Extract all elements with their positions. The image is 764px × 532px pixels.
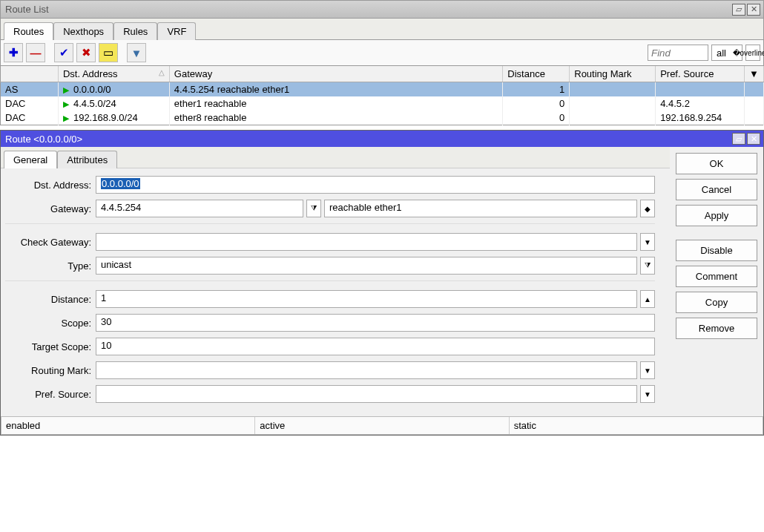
routing-mark-input[interactable] bbox=[96, 361, 637, 379]
type-input[interactable]: unicast bbox=[96, 257, 637, 275]
route-detail-window: Route <0.0.0.0/0> ▱ ✕ General Attributes… bbox=[0, 130, 764, 436]
disable-button[interactable]: ✖ bbox=[76, 43, 96, 62]
pref-source-input[interactable] bbox=[96, 385, 637, 403]
minimize-icon[interactable]: ▱ bbox=[732, 4, 745, 16]
detail-form: Dst. Address: 0.0.0.0/0 Gateway: 4.4.5.2… bbox=[1, 168, 670, 416]
gateway-status: reachable ether1 bbox=[324, 200, 637, 217]
cell-gateway: 4.4.5.254 reachable ether1 bbox=[169, 82, 502, 97]
active-route-icon: ▶ bbox=[63, 114, 73, 123]
gateway-dropdown-icon[interactable]: ⧩ bbox=[306, 200, 321, 217]
dst-address-input[interactable]: 0.0.0.0/0 bbox=[96, 176, 655, 194]
detail-titlebar: Route <0.0.0.0/0> ▱ ✕ bbox=[1, 131, 763, 147]
col-pref-source[interactable]: Pref. Source bbox=[656, 66, 745, 82]
check-gateway-expand-icon[interactable]: ▼ bbox=[640, 233, 655, 251]
check-gateway-label: Check Gateway: bbox=[5, 237, 96, 248]
tab-attributes[interactable]: Attributes bbox=[57, 151, 117, 168]
col-dst-address[interactable]: Dst. Address △ bbox=[58, 66, 169, 82]
enable-button[interactable]: ✔ bbox=[54, 43, 73, 62]
distance-label: Distance: bbox=[5, 294, 96, 305]
cell-distance: 0 bbox=[503, 111, 570, 125]
active-route-icon: ▶ bbox=[63, 85, 73, 95]
find-input[interactable] bbox=[648, 45, 708, 61]
type-label: Type: bbox=[5, 260, 96, 272]
cell-flags: DAC bbox=[1, 96, 59, 111]
detail-tabstrip: General Attributes bbox=[1, 147, 670, 168]
col-gateway[interactable]: Gateway bbox=[169, 66, 502, 82]
apply-button[interactable]: Apply bbox=[676, 205, 757, 226]
close-icon[interactable]: ✕ bbox=[747, 4, 760, 16]
pref-source-label: Pref. Source: bbox=[5, 389, 96, 400]
detail-title: Route <0.0.0.0/0> bbox=[4, 134, 732, 145]
gateway-input[interactable]: 4.4.5.254 bbox=[96, 200, 303, 217]
dst-address-label: Dst. Address: bbox=[5, 180, 96, 191]
filter-icon[interactable]: ▼ bbox=[127, 43, 146, 62]
routes-table: Dst. Address △ Gateway Distance Routing … bbox=[0, 66, 764, 125]
table-row[interactable]: DAC ▶192.168.9.0/24 ether8 reachable 0 1… bbox=[1, 111, 764, 125]
status-enabled: enabled bbox=[1, 417, 255, 434]
cell-distance: 0 bbox=[503, 96, 570, 111]
comment-button[interactable]: Comment bbox=[676, 266, 757, 287]
cell-gateway: ether8 reachable bbox=[169, 111, 502, 125]
status-active: active bbox=[255, 417, 509, 434]
separator bbox=[5, 280, 655, 281]
active-route-icon: ▶ bbox=[63, 99, 73, 109]
expand-columns-button[interactable]: �overline▼ bbox=[745, 45, 760, 61]
gateway-label: Gateway: bbox=[5, 203, 96, 214]
filter-all-label: all bbox=[717, 47, 726, 59]
detail-sidebar: OK Cancel Apply Disable Comment Copy Rem… bbox=[670, 147, 763, 416]
col-menu-icon[interactable]: ▼ bbox=[745, 66, 764, 82]
cell-flags: AS bbox=[1, 82, 59, 97]
cell-pref bbox=[656, 82, 745, 97]
status-bar: enabled active static bbox=[1, 416, 763, 435]
cell-pref: 4.4.5.2 bbox=[656, 96, 745, 111]
gateway-add-remove-icon[interactable]: ◆ bbox=[640, 200, 655, 217]
cell-flags: DAC bbox=[1, 111, 59, 125]
copy-button[interactable]: Copy bbox=[676, 292, 757, 313]
scope-input[interactable]: 30 bbox=[96, 314, 655, 332]
routing-mark-expand-icon[interactable]: ▼ bbox=[640, 361, 655, 379]
cell-pref: 192.168.9.254 bbox=[656, 111, 745, 125]
target-scope-label: Target Scope: bbox=[5, 341, 96, 352]
distance-collapse-icon[interactable]: ▲ bbox=[640, 290, 655, 308]
tab-vrf[interactable]: VRF bbox=[157, 22, 196, 40]
toolbar: ✚ — ✔ ✖ ▭ ▼ all �overline▼ bbox=[0, 39, 764, 66]
remove-button[interactable]: — bbox=[26, 43, 45, 62]
tab-nexthops[interactable]: Nexthops bbox=[53, 22, 113, 40]
cell-dst: ▶4.4.5.0/24 bbox=[58, 96, 169, 111]
detail-minimize-icon[interactable]: ▱ bbox=[732, 133, 745, 145]
tab-routes[interactable]: Routes bbox=[4, 22, 53, 40]
cancel-button[interactable]: Cancel bbox=[676, 179, 757, 200]
ok-button[interactable]: OK bbox=[676, 153, 757, 174]
main-tabstrip: Routes Nexthops Rules VRF bbox=[0, 18, 764, 39]
table-row[interactable]: DAC ▶4.4.5.0/24 ether1 reachable 0 4.4.5… bbox=[1, 96, 764, 111]
cell-mark bbox=[570, 96, 656, 111]
add-button[interactable]: ✚ bbox=[4, 43, 23, 62]
main-titlebar: Route List ▱ ✕ bbox=[0, 0, 764, 18]
tab-general[interactable]: General bbox=[4, 151, 57, 168]
col-distance[interactable]: Distance bbox=[503, 66, 570, 82]
scope-label: Scope: bbox=[5, 318, 96, 329]
pref-source-expand-icon[interactable]: ▼ bbox=[640, 385, 655, 403]
check-gateway-input[interactable] bbox=[96, 233, 637, 251]
separator bbox=[5, 223, 655, 224]
target-scope-input[interactable]: 10 bbox=[96, 338, 655, 355]
cell-dst: ▶192.168.9.0/24 bbox=[58, 111, 169, 125]
col-flags[interactable] bbox=[1, 66, 59, 82]
comment-button[interactable]: ▭ bbox=[99, 43, 118, 62]
col-routing-mark[interactable]: Routing Mark bbox=[570, 66, 656, 82]
tab-rules[interactable]: Rules bbox=[113, 22, 157, 40]
cell-mark bbox=[570, 82, 656, 97]
detail-close-icon[interactable]: ✕ bbox=[747, 133, 760, 145]
remove-button[interactable]: Remove bbox=[676, 318, 757, 339]
cell-mark bbox=[570, 111, 656, 125]
window-title: Route List bbox=[4, 4, 732, 15]
routing-mark-label: Routing Mark: bbox=[5, 365, 96, 376]
table-row[interactable]: AS ▶0.0.0.0/0 4.4.5.254 reachable ether1… bbox=[1, 82, 764, 97]
distance-input[interactable]: 1 bbox=[96, 290, 637, 308]
cell-gateway: ether1 reachable bbox=[169, 96, 502, 111]
status-static: static bbox=[510, 417, 763, 434]
type-dropdown-icon[interactable]: ⧩ bbox=[640, 257, 655, 275]
cell-distance: 1 bbox=[503, 82, 570, 97]
disable-button[interactable]: Disable bbox=[676, 240, 757, 261]
cell-dst: ▶0.0.0.0/0 bbox=[58, 82, 169, 97]
